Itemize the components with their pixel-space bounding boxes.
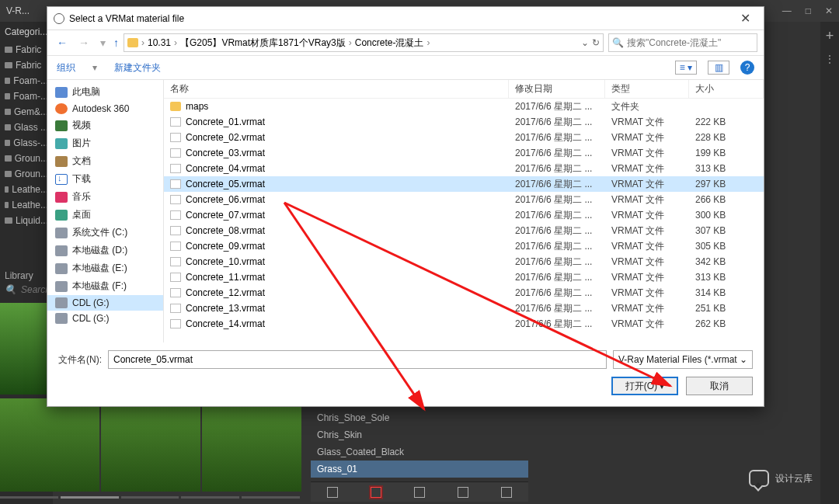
folder-icon [5,140,10,146]
category-item[interactable]: Gem&... [0,104,53,120]
file-list[interactable]: maps2017/6/6 星期二 ...文件夹Concrete_01.vrmat… [164,99,764,342]
view-mode-button[interactable]: ≡ ▾ [675,61,697,75]
file-row[interactable]: maps2017/6/6 星期二 ...文件夹 [164,99,764,114]
material-list-item[interactable]: Grass_01 [311,461,528,478]
breadcrumb-seg[interactable]: 10.31 [148,37,171,48]
drive-icon [55,138,68,149]
file-icon [170,242,181,251]
file-row[interactable]: Concrete_03.vrmat2017/6/6 星期二 ...VRMAT 文… [164,145,764,161]
cancel-button[interactable]: 取消 [686,377,753,395]
material-thumb[interactable] [202,398,301,492]
minimize-icon[interactable]: — [782,5,792,16]
nav-recent-icon[interactable]: ▾ [97,35,109,50]
col-name[interactable]: 名称 [164,80,509,98]
file-row[interactable]: Concrete_14.vrmat2017/6/6 星期二 ...VRMAT 文… [164,316,764,332]
dialog-titlebar[interactable]: Select a VRMat material file ✕ [47,7,764,30]
preview-pane-button[interactable]: ▥ [708,61,729,75]
dialog-close-button[interactable]: ✕ [733,11,757,26]
file-row[interactable]: Concrete_01.vrmat2017/6/6 星期二 ...VRMAT 文… [164,114,764,130]
category-item[interactable]: Fabric [0,57,53,73]
nav-item[interactable]: 本地磁盘 (E:) [47,259,163,277]
material-thumb[interactable] [0,398,99,492]
file-row[interactable]: Concrete_11.vrmat2017/6/6 星期二 ...VRMAT 文… [164,269,764,285]
nav-item[interactable]: CDL (G:) [47,295,163,311]
category-item[interactable]: Groun... [0,151,53,166]
nav-item[interactable]: 文档 [47,152,163,170]
material-list-item[interactable]: Glass_Coated_Black [311,443,528,461]
more-icon[interactable]: ⋮ [825,54,834,64]
nav-item[interactable]: 本地磁盘 (F:) [47,277,163,295]
nav-item[interactable]: Autodesk 360 [47,101,163,116]
nav-forward-icon[interactable]: → [75,35,92,50]
drive-icon [55,192,68,203]
file-row[interactable]: Concrete_06.vrmat2017/6/6 星期二 ...VRMAT 文… [164,192,764,207]
col-size[interactable]: 大小 [689,80,764,98]
filename-input[interactable] [108,350,607,369]
file-row[interactable]: Concrete_10.vrmat2017/6/6 星期二 ...VRMAT 文… [164,254,764,269]
file-row[interactable]: Concrete_07.vrmat2017/6/6 星期二 ...VRMAT 文… [164,207,764,223]
drive-icon [55,87,68,98]
category-item[interactable]: Glass ... [0,120,53,135]
refresh-icon[interactable]: ↻ [592,37,600,48]
nav-item[interactable]: 桌面 [47,206,163,224]
material-list-item[interactable]: Chris_Shoe_Sole [311,409,528,426]
chevron-down-icon[interactable]: ⌄ [581,37,589,48]
file-row[interactable]: Concrete_05.vrmat2017/6/6 星期二 ...VRMAT 文… [164,176,764,192]
category-item[interactable]: Foam-... [0,73,53,89]
nav-item[interactable]: CDL (G:) [47,311,163,326]
maximize-icon[interactable]: □ [806,5,811,16]
dialog-search[interactable]: 🔍 搜索"Concrete-混凝土" [608,33,757,52]
category-item[interactable]: Leathe... [0,182,53,197]
help-button[interactable]: ? [740,61,754,75]
tool-save-icon[interactable] [414,487,425,498]
material-list-item[interactable]: Chris_Skin [311,426,528,443]
nav-pane[interactable]: 此电脑Autodesk 360视频图片文档下载音乐桌面系统文件 (C:)本地磁盘… [47,80,164,342]
col-date[interactable]: 修改日期 [509,80,605,98]
file-row[interactable]: Concrete_04.vrmat2017/6/6 星期二 ...VRMAT 文… [164,161,764,176]
nav-item[interactable]: 系统文件 (C:) [47,224,163,242]
tool-open-icon[interactable] [371,487,381,498]
col-type[interactable]: 类型 [605,80,689,98]
nav-up-icon[interactable]: ↑ [113,36,119,49]
file-row[interactable]: Concrete_12.vrmat2017/6/6 星期二 ...VRMAT 文… [164,285,764,301]
file-row[interactable]: Concrete_09.vrmat2017/6/6 星期二 ...VRMAT 文… [164,238,764,254]
file-row[interactable]: Concrete_02.vrmat2017/6/6 星期二 ...VRMAT 文… [164,130,764,145]
file-icon [170,210,181,220]
organize-button[interactable]: 组织 [57,61,75,75]
category-item[interactable]: Glass-... [0,135,53,151]
file-row[interactable]: Concrete_08.vrmat2017/6/6 星期二 ...VRMAT 文… [164,223,764,238]
category-item[interactable]: Foam-... [0,89,53,104]
nav-item[interactable]: 视频 [47,116,163,134]
breadcrumb[interactable]: › 10.31 › 【G205】VRmat材质库1871个VRay3版 › Co… [124,33,604,52]
nav-back-icon[interactable]: ← [54,35,71,50]
drive-icon [55,210,68,221]
tool-new-icon[interactable] [327,487,338,498]
new-folder-button[interactable]: 新建文件夹 [114,61,161,75]
nav-item[interactable]: 此电脑 [47,83,163,101]
nav-item[interactable]: 下载 [47,170,163,188]
search-icon: 🔍 [612,37,624,48]
nav-item[interactable]: 音乐 [47,188,163,206]
tool-delete-icon[interactable] [458,487,468,498]
file-type-select[interactable]: V-Ray Material Files (*.vrmat ⌄ [613,350,753,369]
category-item[interactable]: Liquid... [0,213,53,228]
nav-item[interactable]: 图片 [47,134,163,152]
file-row[interactable]: Concrete_13.vrmat2017/6/6 星期二 ...VRMAT 文… [164,301,764,316]
category-item[interactable]: Fabric [0,42,53,57]
breadcrumb-seg[interactable]: 【G205】VRmat材质库1871个VRay3版 [180,36,346,50]
nav-item[interactable]: 本地磁盘 (D:) [47,242,163,259]
file-header[interactable]: 名称 修改日期 类型 大小 [164,80,764,99]
close-icon[interactable]: ✕ [825,5,833,16]
add-button[interactable]: + [826,28,834,44]
category-header: Categori... [0,22,53,42]
tool-export-icon[interactable] [501,487,512,498]
file-icon [170,195,181,204]
chevron-right-icon: › [141,37,144,48]
category-item[interactable]: Leathe... [0,197,53,213]
library-search[interactable]: 🔍 Search [5,284,48,295]
material-thumb[interactable] [101,398,200,492]
breadcrumb-seg[interactable]: Concrete-混凝土 [355,36,424,50]
open-button[interactable]: 打开(O) ▾ [611,377,678,395]
thumb-scrubber[interactable] [0,494,300,500]
category-item[interactable]: Groun... [0,166,53,182]
